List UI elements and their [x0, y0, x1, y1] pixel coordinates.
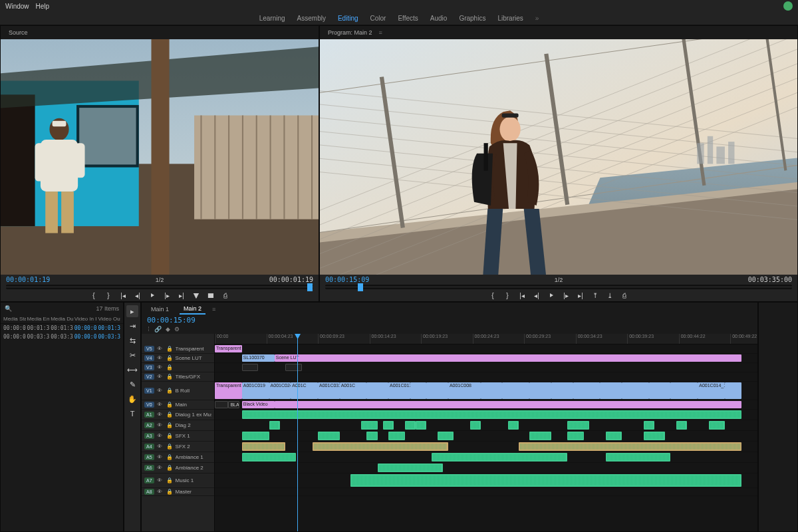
clip[interactable]: A001C031_180326_R1JC.mp4 [318, 382, 340, 399]
track-header-a2[interactable]: A2👁🔒Diag 2 [142, 420, 214, 431]
clip[interactable]: Transparent [215, 345, 242, 352]
track-header-v0[interactable]: V0👁🔒Main [142, 400, 214, 410]
clip[interactable] [366, 382, 388, 399]
clip[interactable] [366, 432, 377, 440]
ripple-tool-icon[interactable]: ⇆ [126, 334, 138, 346]
clip[interactable]: A001C008 [448, 382, 481, 399]
track-a1[interactable] [215, 410, 757, 420]
track-v3[interactable] [215, 363, 757, 372]
mark-in-icon[interactable]: { [89, 291, 98, 300]
sequence-tab-main1[interactable]: Main 1 [147, 305, 173, 314]
ws-editing[interactable]: Editing [338, 15, 358, 22]
play-icon[interactable] [148, 291, 157, 300]
clip[interactable] [644, 421, 654, 430]
clip[interactable] [242, 432, 269, 440]
clip[interactable] [361, 421, 377, 430]
program-viewer[interactable] [320, 39, 797, 275]
clip[interactable] [285, 364, 301, 371]
track-v0[interactable]: BLACKBlack Video [215, 400, 757, 410]
track-header-v4[interactable]: V4👁🔒Scene LUT [142, 354, 214, 363]
step-fwd-icon[interactable]: |▸ [162, 291, 172, 300]
clip[interactable] [709, 421, 725, 430]
clip[interactable]: Transparent [215, 382, 242, 399]
user-avatar-icon[interactable] [783, 1, 793, 11]
mark-out-icon[interactable]: } [104, 291, 113, 300]
clip[interactable] [567, 432, 583, 440]
clip[interactable] [676, 421, 687, 430]
clip[interactable] [426, 382, 448, 399]
clip[interactable] [242, 410, 741, 419]
hand-tool-icon[interactable]: ✋ [126, 393, 138, 405]
clip[interactable]: A001C019 [242, 382, 269, 399]
clip[interactable] [644, 432, 666, 440]
track-select-tool-icon[interactable]: ⇥ [126, 320, 138, 332]
play-icon[interactable] [547, 291, 556, 300]
source-tc-in[interactable]: 00:00:01:19 [6, 276, 50, 283]
clip[interactable] [502, 382, 529, 399]
export-frame-icon[interactable]: ⎙ [620, 291, 629, 300]
goto-in-icon[interactable]: |◂ [517, 291, 527, 300]
clip[interactable]: A001C [340, 382, 367, 399]
clip[interactable] [318, 432, 340, 440]
clip[interactable] [481, 382, 503, 399]
track-a8[interactable] [215, 488, 757, 496]
clip[interactable]: A001C [291, 382, 318, 399]
clip[interactable] [508, 421, 519, 430]
insert-icon[interactable]: ⯆ [192, 291, 201, 300]
track-a6[interactable] [215, 463, 757, 473]
clip[interactable]: A001C024_180326_R1JC.mp4 [269, 382, 291, 399]
clip[interactable] [383, 421, 394, 430]
clip[interactable] [242, 364, 258, 371]
ws-learning[interactable]: Learning [259, 15, 285, 22]
export-frame-icon[interactable]: ⎙ [221, 291, 230, 300]
clip[interactable] [551, 382, 573, 399]
clip[interactable] [388, 432, 404, 440]
step-fwd-icon[interactable]: |▸ [561, 291, 571, 300]
clip[interactable] [405, 421, 416, 430]
col-media-end[interactable]: Media End [27, 316, 50, 322]
clip[interactable] [242, 442, 285, 451]
source-scrubber[interactable] [6, 285, 313, 289]
clip[interactable] [275, 401, 741, 408]
track-a2[interactable] [215, 420, 757, 431]
table-row[interactable]: 00:00:00:0000:01:37:1800:01:37:1900:00:0… [1, 324, 123, 332]
clip[interactable] [410, 382, 426, 399]
clip[interactable] [573, 382, 600, 399]
clip[interactable] [269, 421, 280, 430]
ws-assembly[interactable]: Assembly [297, 15, 326, 22]
track-header-v2[interactable]: V2👁🔒Titles/GFX [142, 372, 214, 382]
track-v4[interactable]: SL100370Scene LUT [215, 354, 757, 363]
mark-out-icon[interactable]: } [503, 291, 512, 300]
clip[interactable] [432, 453, 567, 462]
track-header-v1[interactable]: V1👁🔒B Roll [142, 382, 214, 400]
track-header-a1[interactable]: A1👁🔒Dialog 1 ex Musi... [142, 410, 214, 420]
track-header-a5[interactable]: A5👁🔒Ambiance 1 [142, 452, 214, 463]
col-media-duration[interactable]: Media Duratio [51, 316, 73, 322]
clip[interactable] [606, 453, 671, 462]
col-video-in[interactable]: Video In Point [74, 316, 97, 322]
program-fit[interactable]: 1/2 [555, 277, 563, 283]
project-search-icon[interactable]: 🔍 [5, 305, 12, 312]
clip[interactable] [242, 453, 297, 462]
goto-out-icon[interactable]: ▸| [177, 291, 186, 300]
ws-effects[interactable]: Effects [398, 15, 418, 22]
step-back-icon[interactable]: ◂| [532, 291, 541, 300]
program-tc-in[interactable]: 00:00:15:09 [325, 276, 369, 283]
selection-tool-icon[interactable]: ▸ [126, 305, 138, 317]
slip-tool-icon[interactable]: ⟷ [126, 364, 138, 376]
timeline-timecode[interactable]: 00:00:15:09 [142, 316, 757, 325]
clip[interactable] [606, 432, 622, 440]
clip[interactable] [670, 382, 698, 399]
program-scrubber[interactable] [325, 285, 792, 289]
track-header-a8[interactable]: A8👁🔒Master [142, 488, 214, 496]
clip[interactable] [378, 464, 443, 472]
program-tab[interactable]: Program: Main 2 [325, 28, 375, 37]
timeline-tracks[interactable]: 00:0000:00:04:2300:00:09:2300:00:14:2300… [215, 334, 757, 531]
marker-icon[interactable]: ◆ [166, 326, 170, 332]
goto-in-icon[interactable]: |◂ [118, 291, 128, 300]
clip[interactable] [313, 442, 448, 451]
clip[interactable] [567, 421, 589, 430]
ws-graphics[interactable]: Graphics [459, 15, 485, 22]
clip[interactable] [529, 432, 551, 440]
clip[interactable] [725, 382, 741, 399]
